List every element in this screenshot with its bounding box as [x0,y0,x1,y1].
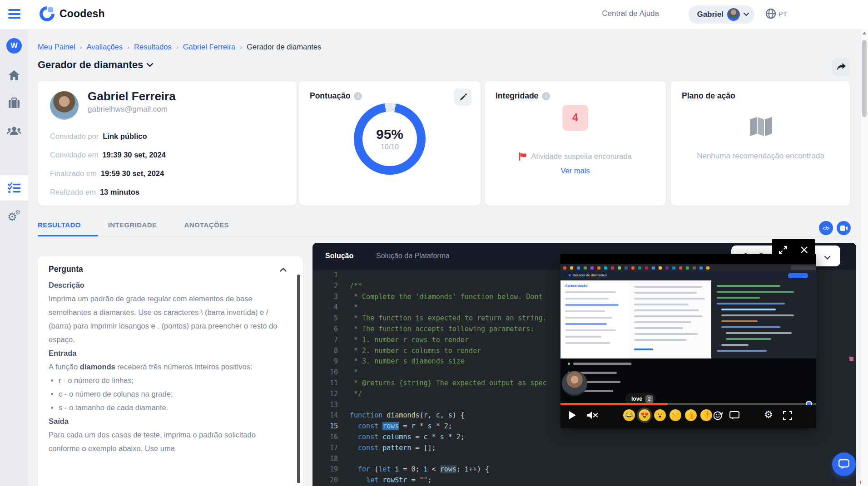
add-reaction-button[interactable] [713,411,723,422]
tab-resultado[interactable]: RESULTADO [38,221,81,235]
language-switcher[interactable]: PT [765,8,787,19]
settings-gear-button[interactable]: ⚙ [764,410,773,420]
video-close-button[interactable] [794,239,815,260]
mute-button[interactable] [587,411,599,421]
workspace-avatar[interactable]: W [0,33,28,59]
globe-icon [765,8,776,19]
checklist-icon [8,182,20,193]
recording-submit-button [788,273,808,278]
candidate-email: gabrielhws@gmail.com [88,105,168,114]
view-code-button[interactable]: </> [819,221,833,235]
candidate-avatar [50,91,79,120]
emoji-reaction-button[interactable]: 😮 [654,409,666,421]
question-panel: Pergunta Descrição Imprima um padrão de … [38,256,303,486]
scrollbar-thumb[interactable] [862,40,867,117]
output-heading: Saída [49,414,280,428]
question-panel-scrollbar[interactable] [297,275,300,483]
user-avatar [727,8,740,21]
sidebar-item-assessments[interactable] [0,90,28,116]
integrity-message: Atividade suspeita encontrada [531,152,631,161]
sidebar-item-home[interactable] [0,63,28,88]
collapse-chevron-icon[interactable] [280,265,287,274]
emoji-reaction-button[interactable]: 😍 [639,409,650,421]
recording-browser-tabs [560,264,816,271]
score-card: Pontuação i 95% 10/10 [299,81,481,206]
coodesh-result-page: Coodesh Central de Ajuda Gabriel PT W [0,0,868,486]
candidate-info-row: Convidado em19:39 30 set, 2024 [50,151,166,159]
result-tabs: RESULTADOINTEGRIDADEANOTAÇÕES [38,221,229,235]
gears-icon: ⚙ ⚙ [7,211,21,222]
language-code: PT [779,10,787,18]
question-content: Descrição Imprima um padrão de grade reg… [49,278,280,455]
scrollbar-match-marker [849,357,853,361]
breadcrumb-separator: › [127,43,129,51]
active-tab-underline [38,235,98,236]
coodesh-logo-icon [39,5,55,22]
hamburger-menu-icon[interactable] [8,9,20,19]
breadcrumb-item[interactable]: Avaliações [87,43,123,51]
see-more-link[interactable]: Ver mais [485,167,666,175]
recording-instructions-panel [629,280,711,358]
pencil-icon [459,93,467,101]
fullscreen-button[interactable] [783,411,792,422]
page-scrollbar[interactable] [861,29,868,486]
help-center-link[interactable]: Central de Ajuda [602,9,659,18]
recording-code-panel [711,280,816,358]
action-plan-message: Nenhuma recomendação encontrada [684,150,837,162]
close-icon [801,246,808,253]
logo-text: Coodesh [60,8,105,20]
description-heading: Descrição [49,278,280,292]
candidate-info-row: Finalizado em19:59 30 set, 2024 [50,169,164,178]
code-line: 20 let rowStr = ""; [312,475,856,486]
sidebar-item-candidates[interactable] [0,118,28,143]
flag-icon [519,152,527,161]
sidebar-item-settings[interactable]: ⚙ ⚙ [0,204,28,229]
tab-anotações[interactable]: ANOTAÇÕES [184,221,228,235]
workspace-letter: W [6,38,22,54]
video-expand-button[interactable] [772,239,794,260]
breadcrumb-item[interactable]: Gabriel Ferreira [183,43,236,51]
comment-button[interactable] [729,411,739,422]
bullet-item: c - o número de colunas na grade; [59,387,280,401]
breadcrumb-item[interactable]: Meu Painel [38,43,75,51]
tab-integridade[interactable]: INTEGRIDADE [108,221,157,235]
video-camera-icon [840,226,848,231]
bullet-item: s - o tamanho de cada diamante. [59,401,280,414]
coodesh-logo[interactable]: Coodesh [39,5,105,22]
title-dropdown-chevron-icon[interactable] [147,63,153,67]
score-percent: 95% [376,127,403,142]
page-title: Gerador de diamantes [38,59,153,71]
briefcase-icon [8,98,20,108]
expand-icon [779,246,787,254]
support-chat-button[interactable] [832,452,856,476]
emoji-reaction-button[interactable]: 👍 [685,409,697,421]
chevron-down-icon [744,13,749,16]
share-button[interactable] [832,58,850,76]
scroll-up-arrow[interactable] [863,32,866,34]
user-menu[interactable]: Gabriel [689,5,754,24]
integrity-card-title: Integridade i [496,91,550,101]
action-plan-title: Plano de ação [682,91,735,101]
info-icon[interactable]: i [354,92,362,100]
edit-score-button[interactable] [454,88,471,106]
recording-test-results [560,358,816,403]
top-header: Coodesh Central de Ajuda Gabriel PT [0,0,868,29]
info-icon[interactable]: i [542,92,550,100]
emoji-reaction-button[interactable]: 👎 [700,409,712,421]
tab-platform-solution[interactable]: Solução da Plataforma [376,252,450,260]
tab-solution[interactable]: Solução [325,252,353,260]
candidate-info-row: Realizado em13 minutos [50,188,139,196]
question-panel-title: Pergunta [49,265,83,274]
recording-page-header: Gerador de diamantes [560,271,816,280]
code-line: 17 const pattern = []; [312,443,856,454]
breadcrumb-item[interactable]: Resultados [134,43,172,51]
emoji-reaction-button[interactable]: 🙌 [670,409,681,421]
sidebar-item-results[interactable] [0,175,28,201]
play-button[interactable] [569,411,576,422]
recording-left-panel: Apresentação [560,280,629,358]
emoji-reaction-button[interactable]: 😂 [623,409,635,421]
candidate-name: Gabriel Ferreira [88,89,176,103]
view-recording-button[interactable] [837,221,851,235]
breadcrumb: Meu Painel›Avaliações›Resultados›Gabriel… [38,43,321,51]
screen-recording-player[interactable]: Gerador de diamantes Apresentação love 2 [560,254,816,428]
